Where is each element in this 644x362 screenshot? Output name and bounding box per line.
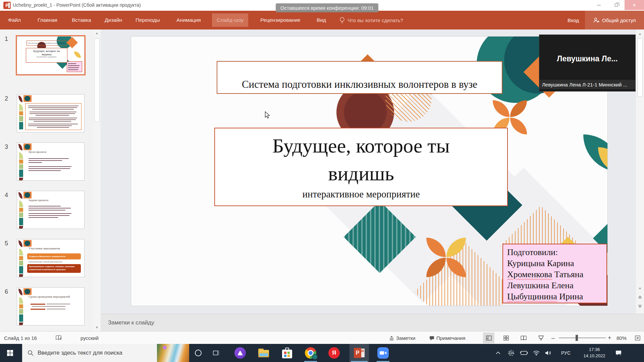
previous-slide-button[interactable] (636, 294, 644, 301)
text-line-placeholder (30, 112, 76, 112)
conference-participant-tile[interactable]: Левушкина Ле... Левушкина Лена Л-21-1 Ми… (539, 35, 635, 91)
wifi-indicator[interactable] (531, 344, 542, 362)
spell-check-icon (55, 335, 62, 341)
next-slide-button[interactable] (636, 302, 644, 310)
slide-title-placeholder[interactable]: Система подготовки инклюзивных волонтеро… (217, 61, 502, 94)
task-view-button[interactable] (209, 344, 224, 362)
zoom-app-icon (377, 347, 389, 359)
comments-toggle-button[interactable]: Примечания (429, 331, 466, 344)
text-line-placeholder (47, 304, 70, 304)
language-indicator[interactable]: русский (80, 331, 99, 344)
scroll-up-button[interactable]: ▲ (636, 30, 644, 38)
thumbnail-scrollbar-thumb[interactable] (94, 38, 100, 122)
tray-expand-button[interactable] (492, 344, 504, 362)
text-line-placeholder (68, 67, 79, 68)
tab-design[interactable]: Дизайн (103, 11, 123, 29)
minimize-button[interactable] (591, 0, 606, 10)
slide-thumbnail-4[interactable]: Задачи проекта: (17, 191, 85, 229)
zoom-slider-thumb[interactable] (576, 335, 578, 341)
volume-indicator[interactable] (542, 344, 555, 362)
alice-app-button[interactable] (232, 344, 248, 362)
double-chevron-down-icon (638, 304, 642, 308)
fit-slide-button[interactable] (632, 333, 643, 343)
notes-panel[interactable]: Заметки к слайду (101, 314, 644, 331)
share-button[interactable]: Общий доступ (585, 11, 644, 29)
slide-canvas[interactable]: Система подготовки инклюзивных волонтеро… (131, 36, 608, 306)
participant-name: Левушкина Ле... (539, 54, 635, 63)
thumb1-title-line2: видишь (26, 53, 67, 56)
slide-thumbnail-6[interactable]: Сроки проведения мероприятий (17, 287, 85, 325)
thumb1-main-title-box: Будущее, которое ты видишь интерактивное… (26, 48, 67, 63)
reading-view-button[interactable] (518, 333, 529, 343)
tab-home[interactable]: Главная (36, 11, 59, 29)
cortana-button[interactable] (191, 344, 206, 362)
taskbar-search-box[interactable]: Введите здесь текст для поиска (22, 344, 189, 362)
main-scrollbar-thumb[interactable] (637, 38, 643, 97)
normal-view-button[interactable] (483, 333, 494, 343)
zoom-app-button[interactable] (375, 344, 391, 362)
zoom-out-button[interactable]: – (551, 331, 555, 344)
thumbnail-title: Сроки проведения мероприятий (29, 295, 70, 298)
thumbnail-title: Задачи проекта: (29, 198, 49, 202)
thumb1-credits-box (67, 61, 82, 72)
normal-view-icon (486, 336, 492, 341)
slide-thumbnail-5[interactable]: Участники мероприятия Студенты Мининског… (17, 239, 85, 277)
notes-icon (389, 336, 394, 341)
tab-file[interactable]: Файл (7, 11, 22, 29)
zoom-level[interactable]: 80% (616, 331, 627, 344)
file-explorer-icon (258, 349, 269, 357)
zoom-slider[interactable] (559, 338, 606, 338)
scroll-down-button[interactable]: ▼ (93, 324, 101, 331)
spell-check-button[interactable] (55, 331, 62, 344)
text-line-placeholder (31, 304, 45, 305)
text-line-placeholder (29, 210, 65, 210)
microsoft-store-button[interactable] (279, 344, 295, 362)
file-explorer-button[interactable] (256, 344, 272, 362)
notes-toggle-button[interactable]: Заметки (389, 331, 415, 344)
slide-credits-box[interactable]: Подготовили: Курицына Карина Хроменкова … (502, 244, 607, 303)
taskbar-clock[interactable]: 17:36 14.10.2022 (582, 346, 606, 359)
tab-view[interactable]: Вид (315, 11, 327, 29)
powerpoint-taskbar-button[interactable]: P (350, 344, 369, 362)
participant-caption: Левушкина Лена Л-21-1 Миннский ... (539, 80, 635, 89)
thumb1-subtitle: интерактивное мероприятие (26, 56, 67, 58)
slide-thumbnail-2[interactable] (17, 94, 85, 132)
sign-in-button[interactable]: Вход (568, 11, 579, 29)
tab-review[interactable]: Рецензирование (259, 11, 302, 29)
slide-thumbnail-1[interactable]: Система подготовки инклюзивных волонтеро… (17, 36, 85, 74)
windows-logo-icon (7, 350, 13, 356)
slide-sorter-view-button[interactable] (500, 333, 512, 343)
credits-name: Хроменкова Татьяна (507, 269, 606, 280)
search-highlight-image[interactable] (157, 344, 189, 362)
tell-me-box[interactable]: Что вы хотите сделать? (339, 11, 403, 29)
action-center-button[interactable] (611, 344, 626, 362)
thumb1-top-title: Система подготовки инклюзивных волонтеро… (26, 41, 67, 46)
tab-transitions[interactable]: Переходы (134, 11, 161, 29)
battery-indicator[interactable] (518, 344, 530, 362)
restore-button[interactable] (608, 0, 624, 10)
tab-insert[interactable]: Вставка (70, 11, 93, 29)
camera-in-use-indicator[interactable] (505, 344, 517, 362)
tab-animations[interactable]: Анимация (175, 11, 202, 29)
slide-main-title-placeholder[interactable]: Будущее, которое ты видишь интерактивное… (214, 128, 508, 206)
thumb-deco-strip (19, 104, 23, 130)
cortana-icon (195, 350, 202, 356)
scroll-down-button[interactable]: ▼ (636, 285, 644, 292)
slide-thumbnail-3[interactable]: Цели проекта: (17, 142, 85, 181)
thumb5-bullet: • Организаторы этапов мероприятия (28, 261, 62, 263)
thumb-deco-box (23, 288, 32, 295)
slideshow-view-button[interactable] (535, 333, 547, 343)
start-button[interactable] (0, 344, 20, 362)
close-button[interactable]: ✕ (625, 0, 644, 10)
scroll-up-button[interactable]: ▲ (93, 29, 101, 37)
text-line-placeholder (29, 158, 69, 159)
tab-slideshow[interactable]: Слайд-шоу (212, 13, 248, 27)
yandex-browser-button[interactable]: Я (326, 344, 342, 362)
keyboard-language[interactable]: РУС (557, 344, 575, 362)
mouse-cursor (264, 111, 271, 119)
text-line-placeholder (28, 125, 72, 126)
slide-sorter-icon (503, 336, 509, 341)
zoom-in-button[interactable]: + (608, 331, 611, 344)
chrome-button[interactable] (303, 344, 319, 362)
text-line-placeholder (30, 113, 75, 114)
